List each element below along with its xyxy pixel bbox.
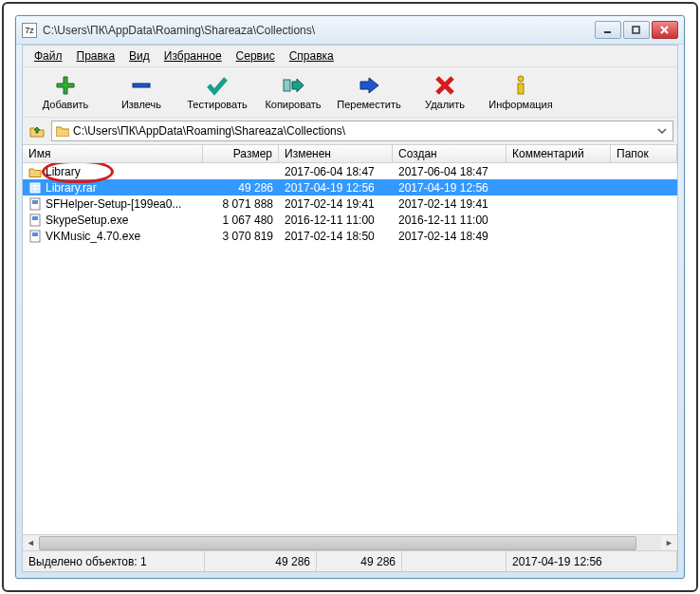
menu-tools[interactable]: Сервис [230,47,281,65]
window-title: C:\Users\ПК\AppData\Roaming\Shareaza\Col… [43,24,595,37]
file-row[interactable]: Library2017-06-04 18:472017-06-04 18:47 [23,163,677,179]
address-text: C:\Users\ПК\AppData\Roaming\Shareaza\Col… [73,124,652,138]
folder-up-icon [28,122,46,139]
extract-button[interactable]: Извлечь [104,69,178,115]
status-date: 2017-04-19 12:56 [507,551,677,571]
status-size1: 49 286 [205,551,317,571]
file-name: VKMusic_4.70.exe [46,230,140,243]
file-name: Library.rar [46,181,97,195]
maximize-button[interactable] [623,21,650,39]
delete-button[interactable]: Удалить [408,69,482,115]
minimize-button[interactable] [595,21,621,39]
column-size[interactable]: Размер [203,145,279,162]
add-button[interactable]: Добавить [28,69,102,115]
file-modified: 2017-02-14 19:41 [279,197,393,211]
file-size: 8 071 888 [203,197,279,211]
menu-help[interactable]: Справка [284,47,340,65]
file-created: 2017-02-14 19:41 [393,197,507,211]
file-name: SkypeSetup.exe [46,213,128,227]
scroll-left-button[interactable]: ◄ [23,536,39,550]
move-button[interactable]: Переместить [332,69,406,115]
file-size: 1 067 480 [203,213,279,227]
file-modified: 2017-04-19 12:56 [279,181,393,195]
copy-button[interactable]: Копировать [256,69,330,115]
info-icon [509,74,532,97]
titlebar[interactable]: 7z C:\Users\ПК\AppData\Roaming\Shareaza\… [16,16,684,45]
app-window: 7z C:\Users\ПК\AppData\Roaming\Shareaza\… [15,15,685,579]
file-modified: 2017-06-04 18:47 [279,165,393,178]
svg-rect-4 [133,84,150,87]
folder-icon [28,165,42,178]
file-name: SFHelper-Setup-[199ea0... [46,197,181,211]
svg-rect-13 [32,200,38,204]
plus-icon [54,74,77,97]
file-created: 2016-12-11 11:00 [393,213,507,227]
test-button[interactable]: Тестировать [180,69,254,115]
file-size: 3 070 819 [203,230,279,243]
column-created[interactable]: Создан [393,145,507,162]
status-selection: Выделено объектов: 1 [23,551,205,571]
menu-view[interactable]: Вид [123,47,156,65]
file-row[interactable]: VKMusic_4.70.exe3 070 8192017-02-14 18:5… [23,228,677,244]
toolbar: Добавить Извлечь Тестировать Копировать … [23,66,677,118]
close-button[interactable] [652,21,678,39]
file-row[interactable]: SFHelper-Setup-[199ea0...8 071 8882017-0… [23,195,677,212]
info-button[interactable]: Информация [484,69,558,115]
column-folders[interactable]: Папок [611,145,677,162]
status-size2: 49 286 [317,551,402,571]
check-icon [206,74,229,97]
exe-icon [28,197,42,211]
chevron-down-icon [657,126,667,136]
up-one-level-button[interactable] [27,121,47,141]
svg-rect-1 [633,27,639,33]
file-created: 2017-02-14 18:49 [393,230,507,243]
file-row[interactable]: Library.rar49 2862017-04-19 12:562017-04… [23,179,677,195]
statusbar: Выделено объектов: 1 49 286 49 286 2017-… [23,550,677,571]
svg-rect-15 [32,216,38,220]
svg-rect-17 [32,232,38,236]
column-comment[interactable]: Комментарий [507,145,611,162]
scroll-thumb[interactable] [39,536,636,550]
file-modified: 2016-12-11 11:00 [279,213,393,227]
exe-icon [28,230,42,243]
scroll-track[interactable] [39,536,661,550]
folder-icon [56,125,69,137]
column-name[interactable]: Имя [23,145,203,162]
file-created: 2017-06-04 18:47 [393,165,507,178]
exe-icon [28,213,42,227]
svg-rect-7 [518,84,524,94]
delete-x-icon [433,74,456,97]
svg-rect-5 [284,80,290,91]
column-modified[interactable]: Изменен [279,145,393,162]
horizontal-scrollbar[interactable]: ◄ ► [23,534,677,550]
menu-edit[interactable]: Правка [71,47,121,65]
move-arrow-icon [358,74,380,97]
minus-icon [130,74,153,97]
file-modified: 2017-02-14 18:50 [279,230,393,243]
scroll-right-button[interactable]: ► [661,536,677,550]
address-input[interactable]: C:\Users\ПК\AppData\Roaming\Shareaza\Col… [51,121,673,141]
copy-arrow-icon [282,74,304,97]
file-list[interactable]: Library2017-06-04 18:472017-06-04 18:47L… [23,163,677,534]
app-icon: 7z [22,23,37,38]
menu-favorites[interactable]: Избранное [158,47,228,65]
file-row[interactable]: SkypeSetup.exe1 067 4802016-12-11 11:002… [23,212,677,228]
status-empty [402,551,507,571]
file-created: 2017-04-19 12:56 [393,181,507,195]
archive-icon [28,181,42,195]
address-bar: C:\Users\ПК\AppData\Roaming\Shareaza\Col… [23,118,677,144]
address-dropdown-button[interactable] [655,126,669,136]
file-size: 49 286 [203,181,279,195]
column-headers: Имя Размер Изменен Создан Комментарий Па… [23,144,677,163]
menu-file[interactable]: Файл [28,47,68,65]
file-name: Library [46,165,81,178]
svg-point-6 [518,76,524,82]
menubar: Файл Правка Вид Избранное Сервис Справка [23,46,677,66]
